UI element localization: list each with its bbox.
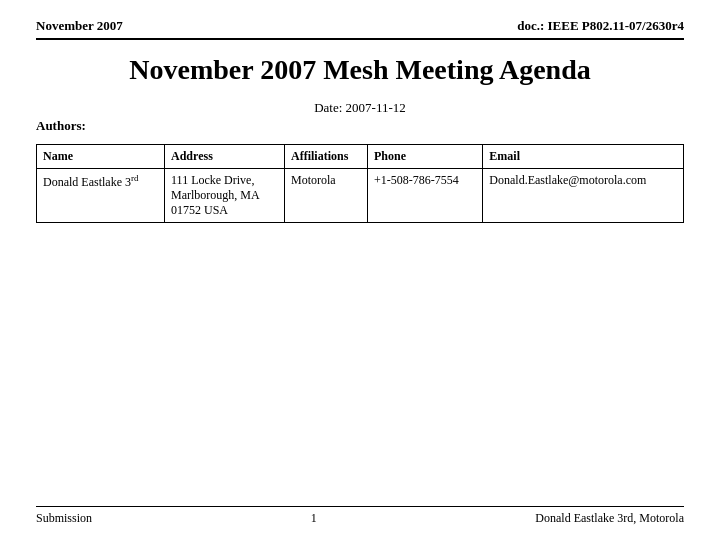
cell-address: 111 Locke Drive, Marlborough, MA 01752 U… <box>165 169 285 223</box>
header-date: November 2007 <box>36 18 123 34</box>
page-container: November 2007 doc.: IEEE P802.11-07/2630… <box>0 0 720 540</box>
table-header-row: Name Address Affiliations Phone Email <box>37 145 684 169</box>
col-header-affiliations: Affiliations <box>284 145 367 169</box>
table-row: Donald Eastlake 3rd 111 Locke Drive, Mar… <box>37 169 684 223</box>
header-bar: November 2007 doc.: IEEE P802.11-07/2630… <box>36 18 684 40</box>
author-name: Donald Eastlake 3 <box>43 175 131 189</box>
col-header-phone: Phone <box>367 145 482 169</box>
date-line: Date: 2007-11-12 <box>36 100 684 116</box>
footer-submission: Submission <box>36 511 92 526</box>
cell-affiliations: Motorola <box>284 169 367 223</box>
col-header-name: Name <box>37 145 165 169</box>
cell-email: Donald.Eastlake@motorola.com <box>483 169 684 223</box>
header-doc-id: doc.: IEEE P802.11-07/2630r4 <box>517 18 684 34</box>
footer-author: Donald Eastlake 3rd, Motorola <box>535 511 684 526</box>
main-title: November 2007 Mesh Meeting Agenda <box>36 54 684 86</box>
footer-page-number: 1 <box>311 511 317 526</box>
col-header-address: Address <box>165 145 285 169</box>
cell-name: Donald Eastlake 3rd <box>37 169 165 223</box>
cell-phone: +1-508-786-7554 <box>367 169 482 223</box>
col-header-email: Email <box>483 145 684 169</box>
author-name-suffix: rd <box>131 173 139 183</box>
authors-label: Authors: <box>36 118 684 134</box>
footer-bar: Submission 1 Donald Eastlake 3rd, Motoro… <box>36 506 684 526</box>
authors-table: Name Address Affiliations Phone Email Do… <box>36 144 684 223</box>
